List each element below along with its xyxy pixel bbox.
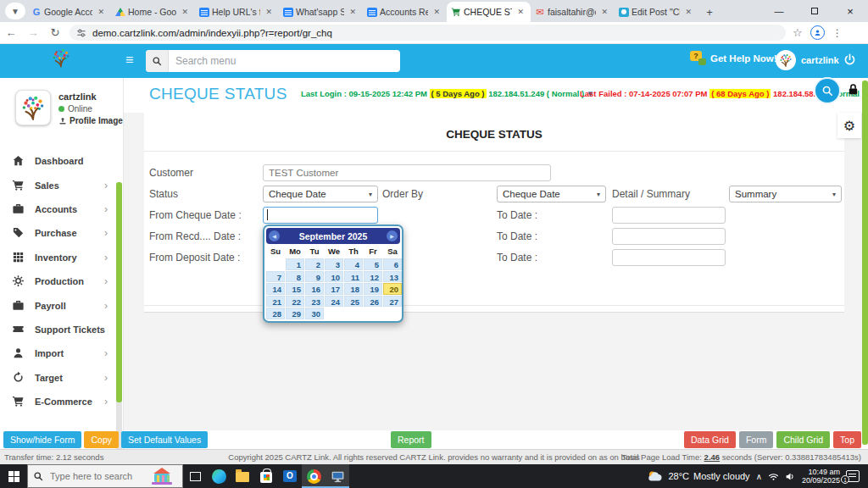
- weather-widget[interactable]: 28°C Mostly cloudy: [647, 469, 749, 483]
- back-icon[interactable]: ←: [0, 26, 22, 39]
- calendar-day-16[interactable]: 16: [305, 283, 324, 295]
- browser-tab[interactable]: GGoogle Accounts✕: [27, 2, 111, 22]
- hamburger-menu-icon[interactable]: ≡: [125, 52, 133, 69]
- browser-profile-icon[interactable]: [810, 25, 825, 40]
- app-logo[interactable]: [37, 47, 85, 75]
- get-help-button[interactable]: ? Get Help Now!: [690, 51, 777, 65]
- file-explorer-icon[interactable]: [231, 464, 254, 488]
- data-grid-button[interactable]: Data Grid: [684, 431, 736, 448]
- calendar-day-27[interactable]: 27: [383, 296, 402, 308]
- calendar-day-7[interactable]: 7: [266, 271, 285, 283]
- page-scrollbar[interactable]: [862, 80, 868, 445]
- calendar-day-5[interactable]: 5: [364, 258, 382, 270]
- page-search-button[interactable]: [815, 79, 839, 103]
- search-highlight-icon[interactable]: [143, 466, 181, 486]
- copy-button[interactable]: Copy: [84, 431, 119, 448]
- sidebar-item-target[interactable]: Target›: [0, 366, 116, 390]
- menu-search-input[interactable]: [169, 55, 400, 67]
- calendar-day-8[interactable]: 8: [286, 271, 304, 283]
- start-button[interactable]: [0, 464, 27, 488]
- sidebar-item-inventory[interactable]: Inventory›: [0, 246, 116, 269]
- close-button[interactable]: ×: [832, 5, 868, 18]
- forward-icon[interactable]: →: [22, 26, 44, 39]
- tray-expand-icon[interactable]: ∧: [756, 472, 762, 481]
- task-view-button[interactable]: [183, 464, 207, 488]
- sidebar-item-e-commerce[interactable]: E-Commerce›: [0, 390, 116, 413]
- browser-tab[interactable]: What'sapp Sales M✕: [279, 2, 363, 22]
- calendar-day-9[interactable]: 9: [305, 271, 324, 283]
- detail-summary-select[interactable]: Summary▾: [729, 186, 842, 202]
- next-month-icon[interactable]: ▶: [387, 230, 398, 241]
- notification-center-icon[interactable]: 1: [846, 470, 860, 482]
- sidebar-item-sales[interactable]: Sales›: [0, 173, 116, 197]
- site-info-icon[interactable]: [76, 28, 86, 38]
- calendar-day-18[interactable]: 18: [344, 283, 363, 295]
- calendar-day-20[interactable]: 20: [383, 283, 402, 295]
- browser-tab[interactable]: Help URL's for ERP✕: [195, 2, 279, 22]
- tab-close-icon[interactable]: ✕: [515, 7, 526, 17]
- logout-power-icon[interactable]: [843, 53, 856, 66]
- sidebar-item-accounts[interactable]: Accounts›: [0, 197, 116, 221]
- tab-close-icon[interactable]: ✕: [95, 7, 107, 17]
- wifi-icon[interactable]: [768, 471, 779, 482]
- calendar-day-3[interactable]: 3: [325, 258, 343, 270]
- sidebar-item-support-tickets[interactable]: Support Tickets: [0, 318, 116, 341]
- show-hide-form-button[interactable]: Show/hide Form: [3, 431, 81, 448]
- sidebar-item-import[interactable]: Import›: [0, 341, 116, 365]
- calendar-day-21[interactable]: 21: [266, 296, 285, 308]
- set-default-values-button[interactable]: Set Default Values: [121, 431, 208, 448]
- child-grid-button[interactable]: Child Grid: [776, 431, 830, 448]
- maximize-button[interactable]: [797, 6, 832, 16]
- browser-tab[interactable]: ✉faisaltahir@cartzli✕: [531, 2, 615, 22]
- to-deposit-date-input[interactable]: [612, 249, 726, 266]
- calendar-day-25[interactable]: 25: [344, 296, 363, 308]
- top-button[interactable]: Top: [833, 431, 861, 448]
- calendar-day-30[interactable]: 30: [305, 308, 324, 319]
- to-cheque-date-input[interactable]: [612, 207, 726, 224]
- sidebar-item-dashboard[interactable]: Dashboard: [0, 149, 116, 173]
- calendar-day-2[interactable]: 2: [305, 258, 324, 270]
- calendar-day-4[interactable]: 4: [344, 258, 363, 270]
- browser-tab[interactable]: Edit Post "Cheque✕: [615, 2, 698, 22]
- profile-image-link[interactable]: Profile Image: [58, 116, 123, 125]
- tab-close-icon[interactable]: ✕: [263, 7, 275, 17]
- sidebar-item-purchase[interactable]: Purchase›: [0, 221, 116, 245]
- reload-icon[interactable]: ↻: [44, 26, 66, 39]
- calendar-day-28[interactable]: 28: [266, 308, 285, 319]
- calendar-day-13[interactable]: 13: [383, 271, 402, 283]
- lock-icon[interactable]: [847, 83, 860, 96]
- status-select[interactable]: Cheque Date▾: [263, 186, 378, 202]
- calendar-day-22[interactable]: 22: [286, 296, 304, 308]
- report-button[interactable]: Report: [391, 431, 431, 448]
- calendar-day-12[interactable]: 12: [364, 271, 382, 283]
- sidebar-item-production[interactable]: Production›: [0, 269, 116, 293]
- calendar-day-6[interactable]: 6: [383, 258, 402, 270]
- bookmark-star-icon[interactable]: ☆: [793, 26, 803, 39]
- edge-icon[interactable]: [207, 464, 231, 488]
- browser-tab[interactable]: CHEQUE STATUS -✕: [447, 2, 531, 22]
- calendar-day-19[interactable]: 19: [364, 283, 382, 295]
- tab-close-icon[interactable]: ✕: [431, 7, 442, 17]
- settings-gear-icon[interactable]: ⚙: [837, 113, 861, 138]
- from-cheque-date-input[interactable]: [263, 207, 378, 224]
- new-tab-button[interactable]: +: [698, 2, 721, 22]
- to-recd-date-input[interactable]: [612, 228, 726, 245]
- calendar-day-29[interactable]: 29: [286, 308, 304, 319]
- calendar-day-15[interactable]: 15: [286, 283, 304, 295]
- customer-input[interactable]: [263, 164, 551, 181]
- browser-tab[interactable]: Home - Google D✕: [111, 2, 195, 22]
- calendar-day-11[interactable]: 11: [344, 271, 363, 283]
- outlook-icon[interactable]: O: [278, 464, 302, 488]
- calendar-day-24[interactable]: 24: [325, 296, 343, 308]
- browser-menu-icon[interactable]: ⋮: [832, 27, 843, 39]
- calendar-day-10[interactable]: 10: [325, 271, 343, 283]
- prev-month-icon[interactable]: ◀: [269, 230, 280, 241]
- sidebar-item-payroll[interactable]: Payroll›: [0, 293, 116, 317]
- tab-search-chevron-icon[interactable]: ▼: [5, 3, 25, 19]
- tab-close-icon[interactable]: ✕: [179, 7, 191, 17]
- taskbar-search[interactable]: [27, 464, 183, 488]
- calendar-day-1[interactable]: 1: [286, 258, 304, 270]
- minimize-button[interactable]: —: [761, 6, 797, 16]
- taskbar-search-input[interactable]: [43, 471, 136, 481]
- calendar-day-23[interactable]: 23: [305, 296, 324, 308]
